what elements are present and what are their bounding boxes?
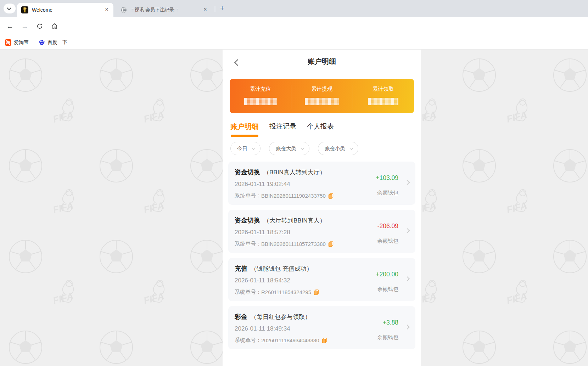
summary-total-withdraw: 累计提现	[291, 79, 352, 113]
summary-label: 累计提现	[291, 86, 352, 92]
chevron-down-icon	[349, 146, 353, 150]
transaction-row[interactable]: 彩金 （每日红包参与领取） 2026-01-11 18:49:34 系统单号： …	[228, 306, 415, 349]
filter-label: 今日	[237, 145, 247, 152]
tx-amount-block: -206.09 余额钱包	[377, 223, 398, 244]
chevron-down-icon	[252, 146, 256, 150]
home-button[interactable]	[50, 21, 60, 31]
summary-label: 累计领取	[353, 86, 414, 92]
tx-wallet: 余额钱包	[377, 334, 398, 341]
tx-amount-block: +103.09 余额钱包	[376, 174, 398, 196]
tab-title: Welcome	[32, 7, 100, 13]
tab-label: 投注记录	[269, 122, 296, 131]
transaction-list: 资金切换 （BBIN真人转到大厅） 2026-01-11 19:02:44 系统…	[228, 162, 415, 349]
transaction-row[interactable]: 资金切换 （大厅转到BBIN真人） 2026-01-11 18:57:28 系统…	[228, 210, 415, 253]
tab-bet-records[interactable]: 投注记录	[269, 122, 296, 131]
tx-detail: （大厅转到BBIN真人）	[263, 216, 326, 225]
tx-order-prefix: 系统单号：	[235, 337, 261, 344]
tx-amount: +103.09	[376, 174, 398, 182]
tab-label: 账户明细	[230, 122, 259, 131]
censored-value	[244, 98, 277, 105]
tx-wallet: 余额钱包	[376, 190, 398, 196]
tx-amount: +200.00	[376, 271, 398, 278]
copy-icon[interactable]	[328, 241, 334, 247]
forward-button[interactable]: →	[20, 21, 30, 31]
browser-tab-records[interactable]: :::视讯 会员下注纪录::: ×	[117, 3, 212, 17]
tx-wallet: 余额钱包	[376, 286, 398, 293]
tab-close-icon[interactable]: ×	[103, 7, 110, 13]
tx-type: 彩金	[235, 312, 247, 321]
summary-card: 累计充值 累计提现 累计领取	[230, 79, 414, 113]
chevron-down-icon	[7, 6, 11, 10]
tx-type: 资金切换	[235, 168, 260, 176]
bookmark-label: 百度一下	[47, 39, 67, 46]
taobao-icon: 淘	[5, 39, 11, 46]
reload-button[interactable]	[35, 21, 45, 31]
summary-label: 累计充值	[230, 86, 291, 92]
tx-type: 充值	[235, 264, 247, 273]
browser-tabstrip: Welcome × :::视讯 会员下注纪录::: × +	[0, 0, 588, 17]
account-detail-panel: 账户明细 累计充值 累计提现 累计领取 账户明细 投注记录	[223, 50, 421, 366]
panel-header: 账户明细	[223, 50, 421, 73]
censored-value	[305, 98, 339, 105]
reload-icon	[36, 23, 43, 30]
bookmarks-bar: 淘 爱淘宝 du 百度一下	[0, 35, 588, 50]
svg-text:du: du	[41, 42, 43, 44]
bookmark-taobao[interactable]: 淘 爱淘宝	[5, 39, 29, 46]
report-tabs: 账户明细 投注记录 个人报表	[230, 122, 421, 137]
tx-detail: （BBIN真人转到大厅）	[263, 168, 326, 176]
tx-detail: （钱能钱包 充值成功）	[251, 265, 313, 273]
tx-order-prefix: 系统单号：	[235, 289, 261, 295]
fifa-favicon-icon	[21, 6, 28, 13]
tab-label: 个人报表	[307, 122, 334, 131]
tx-amount-block: +3.88 余额钱包	[377, 319, 398, 341]
browser-tab-welcome[interactable]: Welcome ×	[17, 3, 113, 17]
filter-category-major-dropdown[interactable]: 账变大类	[269, 142, 309, 155]
copy-icon[interactable]	[322, 338, 327, 343]
tx-order-number: BBIN202601111857273380	[261, 241, 326, 247]
chevron-down-icon	[301, 146, 304, 150]
filter-label: 账变小类	[325, 145, 345, 152]
tab-separator	[215, 6, 215, 12]
tx-type: 资金切换	[235, 216, 260, 225]
filter-date-dropdown[interactable]: 今日	[230, 142, 261, 155]
tx-order-number: 20260111184934043330	[261, 337, 319, 343]
tab-title: :::视讯 会员下注纪录:::	[130, 7, 198, 13]
tx-order-number: BBIN202601111902433750	[261, 193, 326, 199]
back-button[interactable]: ←	[5, 21, 15, 31]
globe-icon	[121, 7, 127, 13]
baidu-paw-icon: du	[39, 39, 45, 46]
tx-order-number: R2601111854324295	[261, 289, 311, 295]
active-tab-underline	[231, 135, 258, 137]
page-title: 账户明细	[223, 50, 421, 73]
tx-wallet: 余额钱包	[377, 238, 398, 244]
browser-toolbar: ← → ld48.com/reports/index?tab=0	[0, 17, 588, 35]
censored-value	[368, 98, 398, 105]
summary-total-claimed: 累计领取	[353, 79, 414, 113]
tx-order-prefix: 系统单号：	[235, 192, 261, 199]
page-background: FIFA 账户明细 累计充值 累计提现 累计领取	[0, 50, 588, 366]
new-tab-button[interactable]: +	[218, 4, 227, 13]
filter-label: 账变大类	[276, 145, 296, 152]
tx-order-prefix: 系统单号：	[235, 241, 261, 247]
tx-amount-block: +200.00 余额钱包	[376, 271, 398, 293]
copy-icon[interactable]	[328, 193, 334, 199]
tab-personal-report[interactable]: 个人报表	[307, 122, 334, 131]
tx-detail: （每日红包参与领取）	[251, 313, 311, 321]
copy-icon[interactable]	[314, 289, 319, 295]
bookmark-baidu[interactable]: du 百度一下	[39, 39, 67, 46]
chevron-left-icon	[234, 59, 241, 66]
back-button[interactable]	[233, 59, 242, 68]
filter-category-minor-dropdown[interactable]: 账变小类	[318, 142, 358, 155]
summary-total-deposit: 累计充值	[230, 79, 291, 113]
transaction-row[interactable]: 资金切换 （BBIN真人转到大厅） 2026-01-11 19:02:44 系统…	[228, 162, 415, 205]
tab-account-detail[interactable]: 账户明细	[230, 122, 259, 137]
filter-row: 今日 账变大类 账变小类	[230, 142, 421, 155]
tx-amount: +3.88	[377, 319, 398, 326]
tab-search-button[interactable]	[4, 4, 16, 13]
tx-amount: -206.09	[377, 223, 398, 230]
transaction-row[interactable]: 充值 （钱能钱包 充值成功） 2026-01-11 18:54:32 系统单号：…	[228, 258, 415, 301]
bookmark-label: 爱淘宝	[14, 39, 29, 46]
tab-close-icon[interactable]: ×	[202, 7, 208, 13]
home-icon	[51, 23, 58, 30]
